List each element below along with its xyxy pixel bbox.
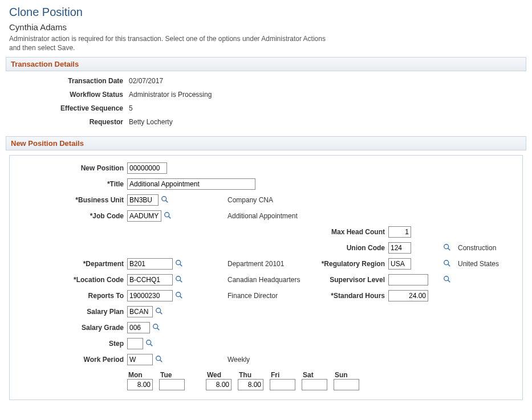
value-requestor: Betty Locherty [129, 118, 523, 126]
instruction-text: Administrator action is required for thi… [9, 34, 328, 52]
job-code-lookup-icon[interactable] [164, 211, 172, 221]
label-effective-sequence: Effective Sequence [9, 104, 123, 112]
day-header-fri: Fri [270, 371, 298, 379]
label-reports-to: Reports To [15, 292, 124, 300]
regulatory-region-desc: United States [458, 260, 532, 268]
value-effective-sequence: 5 [129, 104, 523, 112]
department-input[interactable] [127, 258, 173, 270]
label-max-head-count: Max Head Count [316, 228, 385, 236]
hours-fri-input[interactable] [270, 379, 295, 390]
label-salary-grade: Salary Grade [15, 324, 124, 332]
salary-plan-input[interactable] [127, 306, 153, 317]
reports-to-input[interactable] [127, 290, 173, 301]
location-code-input[interactable] [127, 274, 173, 286]
union-code-desc: Construction [458, 244, 532, 252]
union-code-input[interactable] [388, 242, 411, 254]
page-title: Clone Position [9, 6, 526, 19]
label-supervisor-level: Supervisor Level [316, 276, 385, 284]
work-period-desc: Weekly [228, 356, 313, 364]
salary-plan-lookup-icon[interactable] [155, 307, 163, 317]
reports-to-desc: Finance Director [228, 292, 313, 300]
label-department: *Department [15, 260, 124, 268]
day-header-sat: Sat [302, 371, 330, 379]
label-title: *Title [15, 180, 124, 188]
supervisor-level-lookup-icon[interactable] [443, 275, 451, 285]
label-requestor: Requestor [9, 118, 123, 126]
label-transaction-date: Transaction Date [9, 77, 123, 85]
job-code-input[interactable] [127, 210, 161, 222]
hours-sun-input[interactable] [334, 379, 359, 390]
label-job-code: *Job Code [15, 212, 124, 220]
regulatory-region-lookup-icon[interactable] [443, 259, 451, 269]
title-input[interactable] [127, 178, 255, 190]
hours-sat-input[interactable] [302, 379, 327, 390]
company-desc: Company CNA [228, 196, 313, 204]
hours-thu-input[interactable] [238, 379, 263, 390]
value-transaction-date: 02/07/2017 [129, 77, 523, 85]
hours-tue-input[interactable] [159, 379, 185, 390]
label-regulatory-region: *Regulatory Region [316, 260, 385, 268]
label-business-unit: *Business Unit [15, 196, 124, 204]
business-unit-input[interactable] [127, 194, 159, 206]
label-new-position: New Position [15, 164, 124, 172]
new-position-input[interactable] [127, 162, 167, 174]
day-header-wed: Wed [206, 371, 234, 379]
salary-grade-input[interactable] [127, 322, 150, 333]
label-location-code: *Location Code [15, 276, 124, 284]
max-head-count-input[interactable] [388, 226, 411, 238]
job-code-desc: Additional Appointment [228, 212, 313, 220]
value-workflow-status: Administrator is Processing [129, 91, 523, 99]
label-standard-hours: *Standard Hours [316, 292, 385, 300]
step-input[interactable] [127, 338, 143, 349]
day-header-thu: Thu [238, 371, 266, 379]
label-step: Step [15, 340, 124, 348]
employee-name: Cynthia Adams [9, 22, 526, 32]
supervisor-level-input[interactable] [388, 274, 428, 286]
label-salary-plan: Salary Plan [15, 308, 124, 316]
label-work-period: Work Period [15, 356, 124, 364]
reports-to-lookup-icon[interactable] [175, 291, 183, 301]
salary-grade-lookup-icon[interactable] [152, 323, 160, 333]
department-desc: Department 20101 [228, 260, 313, 268]
section-transaction-details: Transaction Details [6, 57, 526, 71]
new-position-form: New Position *Title *Business Unit Compa… [9, 155, 523, 400]
day-header-sun: Sun [334, 371, 362, 379]
day-header-mon: Mon [127, 371, 156, 379]
location-code-lookup-icon[interactable] [175, 275, 183, 285]
transaction-details-block: Transaction Date 02/07/2017 Workflow Sta… [9, 77, 523, 126]
regulatory-region-input[interactable] [388, 258, 411, 270]
standard-hours-input[interactable] [388, 290, 428, 301]
location-code-desc: Canadian Headquarters [228, 276, 313, 284]
day-header-tue: Tue [159, 371, 188, 379]
step-lookup-icon[interactable] [145, 339, 153, 349]
label-union-code: Union Code [316, 244, 385, 252]
union-code-lookup-icon[interactable] [443, 243, 451, 253]
hours-mon-input[interactable] [127, 379, 153, 390]
label-workflow-status: Workflow Status [9, 91, 123, 99]
work-period-input[interactable] [127, 354, 153, 365]
section-new-position-details: New Position Details [6, 136, 526, 150]
department-lookup-icon[interactable] [175, 259, 183, 269]
hours-wed-input[interactable] [206, 379, 232, 390]
work-period-lookup-icon[interactable] [155, 355, 163, 365]
business-unit-lookup-icon[interactable] [161, 195, 169, 205]
